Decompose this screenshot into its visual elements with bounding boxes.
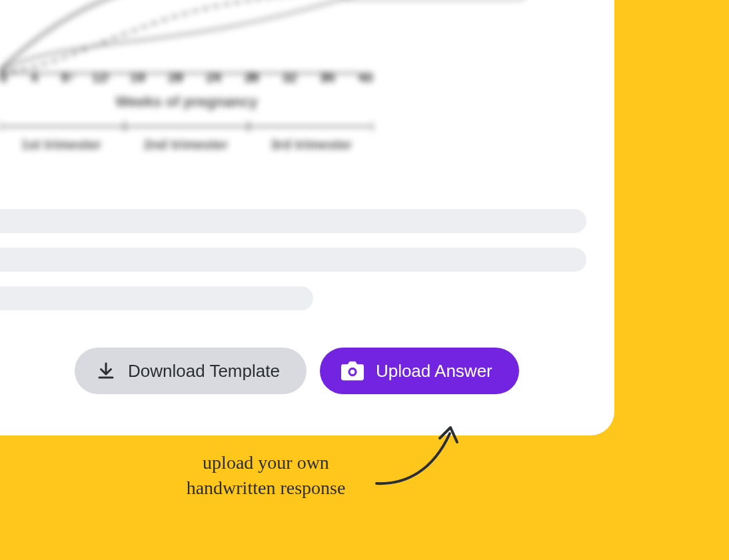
question-card: Relaxin Oestrogen [0,0,614,435]
download-icon [96,361,116,381]
upload-answer-button[interactable]: Upload Answer [320,348,519,394]
handwritten-annotation: upload your own handwritten response [163,450,369,501]
chart-x-ticks: 0 4 8 12 16 20 24 28 32 36 40 [0,70,373,85]
upload-button-label: Upload Answer [376,361,492,382]
trimester-labels: 1st trimester 2nd trimester 3rd trimeste… [0,137,373,152]
camera-icon [341,361,364,381]
skeleton-line [0,286,313,310]
download-template-button[interactable]: Download Template [75,348,307,394]
action-buttons: Download Template Upload Answer [75,348,519,394]
skeleton-line [0,209,586,233]
chart-x-axis-label: Weeks of pregnancy [0,93,373,111]
annotation-arrow [373,423,473,490]
chart-preview: Relaxin Oestrogen [0,0,573,186]
skeleton-line [0,248,586,272]
trimester-axis [0,120,373,133]
download-button-label: Download Template [128,361,280,382]
content-skeleton [0,209,586,310]
svg-point-17 [350,370,355,374]
